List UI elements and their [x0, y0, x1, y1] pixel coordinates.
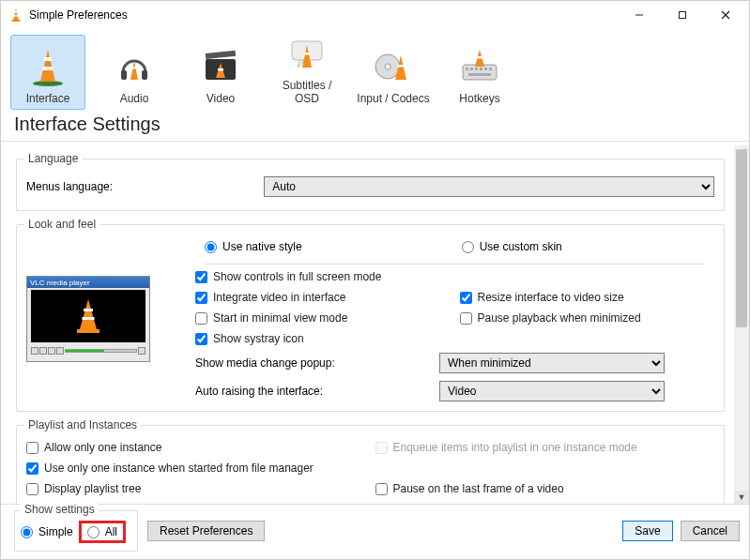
group-show-settings: Show settings Simple All: [14, 510, 138, 552]
preferences-window: Simple Preferences Interface: [0, 0, 750, 560]
category-label: Video: [207, 92, 235, 105]
svg-rect-15: [132, 67, 137, 69]
interface-cone-icon: [27, 45, 69, 88]
category-interface[interactable]: Interface: [10, 35, 85, 110]
check-systray-icon[interactable]: Show systray icon: [195, 332, 451, 345]
disc-cone-icon: [373, 45, 414, 88]
reset-preferences-button[interactable]: Reset Preferences: [147, 521, 265, 541]
check-resize-to-video[interactable]: Resize interface to video size: [460, 291, 715, 304]
svg-rect-19: [218, 68, 223, 71]
speech-cone-icon: [286, 34, 328, 75]
autoraise-select[interactable]: Video: [439, 381, 665, 401]
category-label: Audio: [120, 92, 149, 105]
show-settings-title: Show settings: [21, 503, 99, 516]
check-display-playlist-tree[interactable]: Display playlist tree: [26, 482, 366, 495]
group-title: Language: [24, 152, 82, 165]
category-input-codecs[interactable]: Input / Codecs: [356, 35, 431, 110]
svg-rect-40: [83, 317, 95, 320]
autoraise-label: Auto raising the interface:: [195, 385, 439, 398]
group-language: Language Menus language: Auto: [16, 159, 725, 211]
svg-marker-14: [130, 61, 138, 80]
svg-rect-2: [14, 15, 19, 17]
category-hotkeys[interactable]: Hotkeys: [442, 35, 517, 110]
category-label: Interface: [26, 92, 70, 105]
check-integrate-video[interactable]: Integrate video in interface: [195, 291, 451, 304]
category-subtitles[interactable]: Subtitles / OSD: [269, 35, 344, 110]
settings-scroll-area: Language Menus language: Auto Look and f…: [1, 145, 749, 504]
vertical-scrollbar[interactable]: ▲ ▼: [734, 145, 749, 504]
interface-preview: VLC media player: [26, 276, 150, 362]
radio-native-style[interactable]: Use native style: [205, 240, 302, 253]
svg-rect-3: [12, 20, 21, 22]
svg-rect-5: [680, 12, 686, 19]
svg-rect-34: [489, 68, 492, 70]
headphones-cone-icon: [114, 45, 155, 88]
category-bar: Interface Audio: [1, 29, 749, 112]
highlight-all-radio: All: [79, 521, 126, 543]
svg-rect-29: [466, 68, 468, 70]
check-enqueue-one-instance: Enqueue items into playlist in one insta…: [375, 441, 715, 454]
svg-point-25: [385, 64, 390, 69]
keyboard-cone-icon: [459, 45, 500, 88]
svg-rect-41: [77, 329, 99, 333]
svg-rect-39: [84, 309, 93, 311]
radio-show-simple[interactable]: Simple: [21, 525, 73, 538]
category-audio[interactable]: Audio: [97, 35, 172, 110]
svg-rect-1: [14, 11, 18, 13]
svg-marker-9: [40, 50, 55, 82]
radio-show-all[interactable]: All: [87, 525, 117, 538]
svg-rect-32: [480, 68, 482, 70]
group-title: Playlist and Instances: [24, 418, 141, 431]
scrollbar-thumb[interactable]: [736, 149, 747, 327]
check-one-instance[interactable]: Allow only one instance: [26, 441, 366, 454]
group-title: Look and feel: [24, 218, 99, 231]
menus-language-select[interactable]: Auto: [264, 176, 714, 197]
check-pause-minimized[interactable]: Pause playback when minimized: [460, 311, 715, 325]
svg-marker-0: [13, 8, 19, 21]
category-label: Subtitles / OSD: [270, 79, 344, 105]
svg-rect-31: [475, 68, 478, 70]
minimize-button[interactable]: [618, 1, 661, 29]
popup-select[interactable]: When minimized: [439, 353, 665, 373]
save-button[interactable]: Save: [622, 521, 672, 541]
menus-language-label: Menus language:: [26, 180, 264, 193]
check-show-controls-fullscreen[interactable]: Show controls in full screen mode: [195, 270, 451, 283]
category-label: Hotkeys: [459, 92, 499, 105]
check-one-instance-file-manager[interactable]: Use only one instance when started from …: [26, 462, 714, 475]
group-look-and-feel: Look and feel Use native style Use custo…: [16, 224, 725, 412]
divider: [1, 141, 749, 142]
svg-rect-33: [484, 68, 487, 70]
svg-rect-27: [398, 65, 405, 68]
svg-rect-13: [142, 70, 147, 80]
window-title: Simple Preferences: [29, 8, 618, 22]
cancel-button[interactable]: Cancel: [681, 521, 740, 541]
clapper-cone-icon: [200, 45, 241, 88]
svg-rect-23: [304, 53, 310, 55]
category-label: Input / Codecs: [357, 92, 429, 105]
titlebar: Simple Preferences: [1, 1, 749, 29]
svg-rect-35: [468, 73, 491, 76]
svg-rect-11: [43, 67, 54, 70]
page-title: Interface Settings: [1, 112, 749, 141]
vlc-cone-icon: [8, 8, 23, 23]
svg-rect-28: [463, 65, 497, 80]
radio-custom-skin[interactable]: Use custom skin: [462, 240, 562, 253]
svg-rect-12: [121, 70, 127, 80]
svg-rect-37: [477, 56, 482, 59]
footer: Show settings Simple All Reset Preferenc…: [1, 504, 749, 559]
popup-label: Show media change popup:: [195, 356, 439, 370]
scroll-down-arrow-icon[interactable]: ▼: [734, 491, 749, 504]
maximize-button[interactable]: [661, 1, 704, 29]
svg-rect-30: [470, 68, 473, 70]
close-button[interactable]: [704, 1, 747, 29]
check-pause-last-frame[interactable]: Pause on the last frame of a video: [375, 482, 715, 495]
svg-rect-17: [206, 51, 236, 59]
category-video[interactable]: Video: [183, 35, 258, 110]
check-start-minimal[interactable]: Start in minimal view mode: [195, 311, 451, 325]
svg-marker-38: [80, 299, 97, 329]
svg-rect-10: [44, 57, 52, 61]
group-playlist-instances: Playlist and Instances Allow only one in…: [16, 425, 725, 504]
